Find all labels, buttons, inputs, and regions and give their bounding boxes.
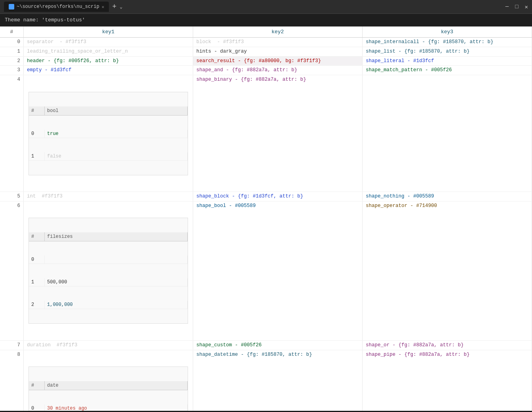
- inner-cell-num: 0: [29, 130, 45, 138]
- cell-k2: shape_and - {fg: #882a7a, attr: b}: [193, 66, 363, 75]
- cell-k1: # bool 0 true 1 false: [24, 75, 193, 192]
- col-header-key2: key2: [193, 27, 363, 37]
- cell-k2: shape_binary - {fg: #882a7a, attr: b}: [193, 75, 363, 192]
- inner-th-bool: bool: [45, 106, 188, 115]
- inner-th-filesize: filesizes: [45, 232, 188, 241]
- cell-num: 6: [0, 201, 24, 340]
- cell-k1: header - {fg: #005f26, attr: b}: [24, 57, 193, 66]
- inner-cell-num: 1: [29, 278, 45, 286]
- cell-k3: shape_literal - #1d3fcf: [363, 57, 532, 66]
- tab-label: ~\source\repos\forks\nu_scrip: [17, 4, 99, 9]
- theme-bar: Theme name: 'tempus-totus': [0, 14, 532, 27]
- cell-num: 5: [0, 192, 24, 201]
- theme-text: Theme name: 'tempus-totus': [5, 17, 85, 23]
- bool-table: # bool 0 true 1 false: [28, 92, 188, 175]
- inner-row: 1 false: [29, 152, 188, 161]
- main-content: # key1 key2 key3 0 separator - #f3f1f3 b…: [0, 27, 532, 411]
- cell-k1: # date 0 30 minutes ago 1 3 hours ago 2 …: [24, 350, 193, 411]
- inner-cell-num: 0: [29, 256, 45, 264]
- cell-num: 3: [0, 66, 24, 75]
- cell-k3: [363, 75, 532, 192]
- table-row: 8 # date 0 30 minutes ago 1 3 hours ago: [0, 350, 532, 411]
- table-row: 0 separator - #f3f1f3 block - #f3f1f3 sh…: [0, 38, 532, 47]
- cell-num: 2: [0, 57, 24, 66]
- restore-btn[interactable]: □: [515, 4, 518, 10]
- col-header-num: #: [0, 27, 24, 37]
- active-tab[interactable]: ~\source\repos\forks\nu_scrip ✕: [4, 2, 109, 12]
- new-tab-btn[interactable]: +: [112, 3, 116, 11]
- table-row: 5 int #f3f1f3 shape_block - {fg: #1d3fcf…: [0, 192, 532, 201]
- cell-k3: shape_match_pattern - #005f26: [363, 66, 532, 75]
- inner-row: 0 30 minutes ago: [29, 404, 188, 411]
- close-btn[interactable]: ✕: [525, 4, 528, 10]
- cell-k2: shape_datetime - {fg: #185870, attr: b}: [193, 350, 363, 411]
- cell-k1: leading_trailing_space_or_letter_n: [24, 47, 193, 56]
- inner-th-date: date: [45, 381, 188, 390]
- inner-cell-val: 500,000: [45, 278, 188, 286]
- inner-th-num: #: [29, 106, 45, 115]
- inner-cell-num: 2: [29, 301, 45, 309]
- inner-cell-num: 1: [29, 152, 45, 160]
- cell-k2: shape_block - {fg: #1d3fcf, attr: b}: [193, 192, 363, 201]
- cell-k1: int #f3f1f3: [24, 192, 193, 201]
- title-bar-left: ~\source\repos\forks\nu_scrip ✕ + ⌄: [4, 2, 498, 12]
- table-row: 1 leading_trailing_space_or_letter_n hin…: [0, 47, 532, 57]
- cell-k2: hints - dark_gray: [193, 47, 363, 56]
- inner-th-num: #: [29, 381, 45, 390]
- col-header-key3: key3: [363, 27, 532, 37]
- inner-cell-val: 30 minutes ago: [45, 404, 188, 411]
- cell-k1: empty - #1d3fcf: [24, 66, 193, 75]
- tabs-dropdown-btn[interactable]: ⌄: [120, 4, 122, 10]
- minimize-btn[interactable]: ─: [505, 4, 509, 10]
- cell-k3: shape_list - {fg: #185870, attr: b}: [363, 47, 532, 56]
- cell-k3: shape_or - {fg: #882a7a, attr: b}: [363, 341, 532, 350]
- cell-k2: search_result - {fg: #a80000, bg: #f3f1f…: [193, 57, 363, 66]
- cell-k2: shape_custom - #005f26: [193, 341, 363, 350]
- title-bar: ~\source\repos\forks\nu_scrip ✕ + ⌄ ─ □ …: [0, 0, 532, 14]
- inner-table-header: # date: [29, 381, 188, 390]
- inner-row: 2 1,000,000: [29, 301, 188, 309]
- cell-k2: block - #f3f1f3: [193, 38, 363, 47]
- inner-table-header: # bool: [29, 106, 188, 116]
- table-row: 3 empty - #1d3fcf shape_and - {fg: #882a…: [0, 66, 532, 75]
- inner-row: 0: [29, 256, 188, 264]
- inner-row: 1 500,000: [29, 278, 188, 287]
- cell-num: 7: [0, 341, 24, 350]
- cell-k3: shape_nothing - #005589: [363, 192, 532, 201]
- table-row: 6 # filesizes 0 1 500,000: [0, 201, 532, 341]
- inner-cell-val: true: [45, 130, 188, 138]
- table-row: 7 duration #f3f1f3 shape_custom - #005f2…: [0, 341, 532, 350]
- cell-num: 8: [0, 350, 24, 411]
- cell-k2: shape_bool - #005589: [193, 201, 363, 340]
- cell-num: 1: [0, 47, 24, 56]
- cell-num: 4: [0, 75, 24, 192]
- table-header: # key1 key2 key3: [0, 27, 532, 38]
- cell-k3: shape_operator - #714900: [363, 201, 532, 340]
- col-header-key1: key1: [24, 27, 193, 37]
- cell-k1: separator - #f3f1f3: [24, 38, 193, 47]
- inner-cell-val: [45, 256, 188, 264]
- inner-th-num: #: [29, 232, 45, 241]
- table-row: 2 header - {fg: #005f26, attr: b} search…: [0, 57, 532, 66]
- cell-k3: shape_pipe - {fg: #882a7a, attr: b}: [363, 350, 532, 411]
- inner-cell-val: 1,000,000: [45, 301, 188, 309]
- table-body: 0 separator - #f3f1f3 block - #f3f1f3 sh…: [0, 38, 532, 411]
- tab-close-btn[interactable]: ✕: [102, 4, 104, 9]
- cell-k1: duration #f3f1f3: [24, 341, 193, 350]
- inner-cell-val: false: [45, 152, 188, 160]
- cell-k1: # filesizes 0 1 500,000 2 1,000,000: [24, 201, 193, 340]
- table-row: 4 # bool 0 true 1 false: [0, 75, 532, 192]
- inner-cell-num: 0: [29, 404, 45, 411]
- dates-table: # date 0 30 minutes ago 1 3 hours ago 2 …: [28, 366, 188, 411]
- filesizes-table: # filesizes 0 1 500,000 2 1,000,000: [28, 218, 188, 324]
- cell-k3: shape_internalcall - {fg: #185870, attr:…: [363, 38, 532, 47]
- inner-table-header: # filesizes: [29, 232, 188, 241]
- inner-row: 0 true: [29, 130, 188, 138]
- cell-num: 0: [0, 38, 24, 47]
- tab-icon: [9, 4, 14, 9]
- window-controls: ─ □ ✕: [505, 4, 528, 10]
